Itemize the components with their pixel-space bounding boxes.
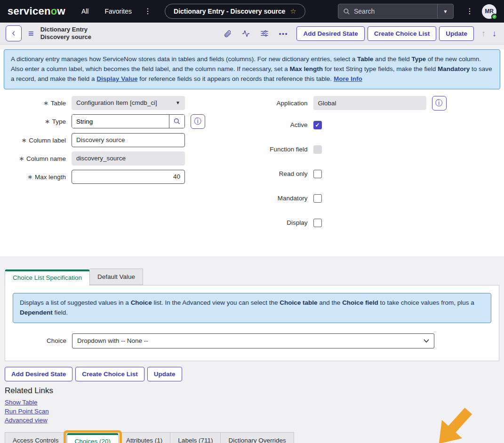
record-header-toolbar: ≡ Dictionary Entry Discovery source ••• … — [0, 23, 504, 45]
read-only-checkbox[interactable] — [313, 170, 322, 178]
table-select[interactable]: Configuration Item [cmdb_ci] ▼ — [72, 96, 185, 110]
add-desired-state-button-bottom[interactable]: Add Desired State — [5, 367, 72, 381]
function-field-label: Function field — [252, 146, 313, 153]
field-row-type: ∗Type ⓘ — [5, 114, 252, 129]
link-advanced-view[interactable]: Advanced view — [5, 417, 48, 424]
tab-dictionary-overrides[interactable]: Dictionary Overrides — [221, 432, 294, 443]
previous-record-icon[interactable]: ↑ — [481, 29, 486, 39]
favorite-star-icon[interactable]: ☆ — [290, 7, 296, 16]
logo-text: servicen — [8, 5, 51, 17]
update-button-bottom[interactable]: Update — [147, 367, 182, 381]
field-row-display: Display — [252, 216, 500, 230]
mandatory-checkbox[interactable] — [313, 194, 322, 203]
tab-choices[interactable]: Choices (20) — [67, 433, 119, 443]
choice-select-value: Dropdown with -- None -- — [77, 337, 148, 344]
record-title-type: Dictionary Entry — [40, 26, 91, 33]
record-title-name: Discovery source — [40, 33, 91, 41]
related-list-tabs: Access Controls Choices (20) Attributes … — [0, 426, 504, 443]
max-length-input[interactable] — [72, 170, 185, 184]
servicenow-logo[interactable]: servicenow — [8, 5, 65, 17]
display-field-label: Display — [252, 219, 313, 226]
function-field-checkbox — [313, 145, 322, 154]
type-field-label: ∗Type — [5, 118, 72, 125]
nav-all[interactable]: All — [81, 8, 89, 15]
type-lookup-button[interactable] — [169, 115, 184, 128]
header-kebab-menu-icon[interactable]: ⋮ — [466, 8, 473, 15]
tab-access-controls[interactable]: Access Controls — [5, 432, 67, 443]
required-icon: ∗ — [21, 136, 27, 144]
type-lookup-field — [72, 114, 185, 128]
field-row-application: Application Global ⓘ — [252, 96, 500, 111]
required-icon: ∗ — [43, 99, 49, 107]
tab-choice-list-specification[interactable]: Choice List Specification — [5, 269, 90, 285]
choice-select[interactable]: Dropdown with -- None -- — [72, 333, 434, 348]
application-info-button[interactable]: ⓘ — [432, 96, 447, 111]
global-search-input[interactable]: Search — [338, 8, 437, 15]
application-field-label: Application — [252, 100, 313, 107]
search-scope-dropdown[interactable]: ▼ — [437, 4, 453, 18]
field-row-column-name: ∗Column name discovery_source — [5, 151, 252, 166]
field-row-function-field: Function field — [252, 142, 500, 157]
field-row-max-length: ∗Max length — [5, 170, 252, 184]
nav-more-menu-icon[interactable]: ⋮ — [144, 8, 152, 15]
column-name-field-label: ∗Column name — [5, 155, 72, 162]
activity-stream-icon[interactable] — [242, 30, 250, 38]
current-record-pill[interactable]: Dictionary Entry - Discovery source ☆ — [165, 4, 305, 19]
personalize-form-icon[interactable] — [260, 30, 269, 37]
create-choice-list-button-bottom[interactable]: Create Choice List — [75, 367, 144, 381]
active-field-label: Active — [252, 121, 313, 128]
required-icon: ∗ — [27, 173, 33, 181]
logo-green-o: o — [51, 5, 57, 17]
global-search[interactable]: Search ▼ — [338, 4, 454, 19]
caret-down-icon: ▼ — [443, 9, 448, 14]
update-button[interactable]: Update — [439, 26, 474, 41]
type-input[interactable] — [72, 115, 169, 128]
top-nav-bar: servicenow All Favorites ⋮ Dictionary En… — [0, 0, 504, 23]
form-body: A dictionary entry manages how ServiceNo… — [0, 49, 504, 256]
create-choice-list-button[interactable]: Create Choice List — [368, 26, 437, 41]
related-links-heading: Related Links — [5, 386, 499, 396]
back-button[interactable] — [6, 25, 22, 41]
more-options-icon[interactable]: ••• — [279, 30, 288, 37]
related-links-section: Related Links Show Table Run Point Scan … — [0, 382, 504, 424]
required-icon: ∗ — [45, 118, 50, 125]
column-label-field-label: ∗Column label — [5, 136, 72, 144]
tab-attributes[interactable]: Attributes (1) — [119, 432, 170, 443]
logo-text-end: w — [57, 5, 65, 17]
record-pill-title: Dictionary Entry - Discovery source — [174, 8, 285, 15]
tab-labels[interactable]: Labels (711) — [170, 432, 221, 443]
user-avatar[interactable]: MR ✓ — [482, 4, 496, 19]
nav-favorites[interactable]: Favorites — [104, 8, 132, 15]
required-icon: ∗ — [19, 155, 24, 162]
choice-list-tab-content: Displays a list of suggested values in a… — [5, 285, 499, 361]
tab-default-value[interactable]: Default Value — [90, 269, 143, 285]
attachment-icon[interactable] — [224, 30, 232, 38]
chevron-left-icon — [10, 30, 17, 37]
chevron-down-icon — [424, 339, 429, 343]
display-checkbox[interactable] — [313, 219, 322, 227]
read-only-field-label: Read only — [252, 170, 313, 177]
form-column-left: ∗Table Configuration Item [cmdb_ci] ▼ ∗T… — [5, 96, 252, 240]
add-desired-state-button[interactable]: Add Desired State — [296, 26, 364, 41]
active-checkbox[interactable]: ✓ — [313, 121, 322, 129]
search-icon — [343, 8, 350, 15]
type-info-button[interactable]: ⓘ — [191, 114, 205, 129]
choice-field-label: Choice — [13, 337, 72, 344]
dictionary-info-banner: A dictionary entry manages how ServiceNo… — [4, 49, 500, 89]
choice-info-banner: Displays a list of suggested values in a… — [13, 293, 491, 323]
form-column-right: Application Global ⓘ Active ✓ Function f… — [252, 96, 500, 240]
caret-down-icon: ▼ — [176, 100, 180, 105]
form-section-tabs: Choice List Specification Default Value — [0, 256, 504, 285]
column-name-readonly: discovery_source — [72, 151, 185, 166]
link-show-table[interactable]: Show Table — [5, 399, 38, 406]
link-run-point-scan[interactable]: Run Point Scan — [5, 408, 49, 415]
mandatory-field-label: Mandatory — [252, 195, 313, 202]
table-field-label: ∗Table — [5, 99, 72, 107]
field-row-read-only: Read only — [252, 167, 500, 181]
form-context-menu-icon[interactable]: ≡ — [28, 28, 34, 39]
next-record-icon[interactable]: ↓ — [492, 29, 496, 39]
column-label-input[interactable] — [72, 133, 185, 147]
table-select-value: Configuration Item [cmdb_ci] — [76, 99, 157, 106]
field-row-column-label: ∗Column label — [5, 133, 252, 147]
field-row-mandatory: Mandatory — [252, 191, 500, 206]
